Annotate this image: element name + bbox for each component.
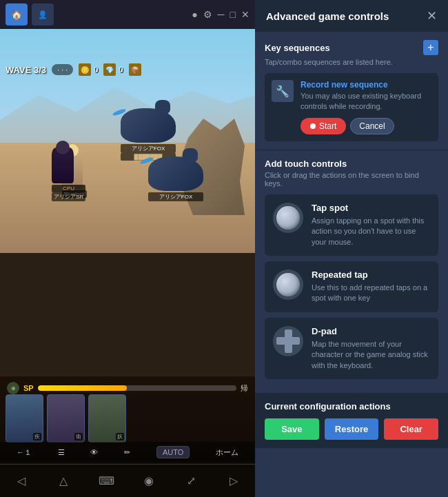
wave-icons: 🪙 0 💎 0 📦	[79, 63, 141, 76]
card-3-badge: 妖	[116, 433, 124, 440]
nav-gamepad-button[interactable]: ◉	[138, 470, 160, 492]
record-desc: You may also use existing keyboard contr…	[301, 91, 431, 112]
settings-button[interactable]: ⚙	[203, 9, 212, 20]
card-1[interactable]: 疾	[6, 394, 43, 443]
nav-keyboard-button[interactable]: ⌨	[95, 470, 117, 492]
nav-forward-button[interactable]: ▷	[223, 470, 245, 492]
wave-bar: WAVE 3/3 · · · 🪙 0 💎 0 📦	[6, 63, 141, 76]
sp-progress	[38, 385, 236, 391]
nav-home-button[interactable]: △	[52, 470, 74, 492]
restore-button[interactable]: □	[230, 9, 236, 20]
card-2-badge: 衛	[74, 433, 83, 440]
dpad-item[interactable]: D-pad Map the movement of your character…	[265, 318, 438, 379]
repeated-tap-circle	[276, 273, 300, 296]
action-buttons: Save Restore Clear	[265, 418, 438, 440]
dpad-info: D-pad Map the movement of your character…	[312, 326, 430, 371]
panel-title: Advanced game controls	[266, 10, 389, 22]
add-sequence-button[interactable]: +	[423, 40, 438, 55]
card-row: 疾 衛 妖	[6, 394, 126, 443]
controls-panel: Advanced game controls ✕ Key sequences +…	[255, 0, 448, 497]
repeated-tap-desc: Use this to add repeated taps on a spot …	[312, 283, 430, 304]
enemy-wolf-1: アリシアFOX ▓▓▓▓▓▓▓	[121, 108, 176, 161]
clear-button[interactable]: Clear	[384, 418, 438, 440]
repeated-tap-info: Repeated tap Use this to add repeated ta…	[312, 270, 430, 304]
sp-right-label: 帰	[241, 383, 248, 394]
dpad-desc: Map the movement of your character or th…	[312, 339, 430, 371]
sequence-actions: Start Cancel	[301, 118, 431, 134]
sequence-content: Record new sequence You may also use exi…	[301, 80, 431, 134]
restore-button[interactable]: Restore	[325, 418, 379, 440]
gem-icon: 💎	[103, 63, 116, 76]
nav-back-button[interactable]: ◁	[10, 470, 32, 492]
toolbar-edit-button[interactable]: ✏	[124, 448, 130, 457]
toolbar-arrow-button[interactable]: ←１	[17, 447, 32, 458]
nav-expand-button[interactable]: ⤢	[180, 470, 202, 492]
panel-close-button[interactable]: ✕	[427, 10, 437, 22]
enemy-wolf-2: アリシアFOX	[148, 156, 203, 201]
chest-icon: 📦	[129, 63, 141, 76]
bottom-toolbar: ←１ ☰ 👁 ✏ AUTO ホーム	[0, 442, 255, 463]
toolbar-eye-button[interactable]: 👁	[90, 448, 98, 456]
tap-circle	[276, 206, 300, 230]
dpad-icon-container	[273, 326, 303, 356]
player-character-2: CPU アリシアSR	[52, 148, 85, 201]
repeated-tap-icon	[273, 270, 303, 300]
coin-count: 0	[94, 65, 98, 74]
sp-bar: ⊕ SP 帰	[7, 382, 248, 394]
record-link[interactable]: Record new sequence	[301, 80, 431, 90]
tap-spot-icon	[273, 203, 303, 233]
key-sequences-subtitle: Tap/combo sequences are listed here.	[265, 58, 438, 66]
touch-controls-title: Add touch controls	[265, 159, 438, 169]
start-dot	[310, 123, 316, 129]
tap-spot-info: Tap spot Assign tapping on a spot with t…	[312, 203, 430, 247]
config-title: Current configuration actions	[265, 401, 438, 412]
tap-spot-desc: Assign tapping on a spot with this actio…	[312, 216, 430, 247]
sp-fill	[38, 385, 128, 391]
panel-header: Advanced game controls ✕	[255, 0, 448, 32]
start-button[interactable]: Start	[301, 118, 346, 134]
avatar-button[interactable]: 👤	[32, 3, 54, 26]
start-label: Start	[319, 121, 336, 131]
toolbar-home-button[interactable]: ホーム	[216, 447, 238, 458]
dpad-icon	[276, 329, 300, 353]
game-scene: WAVE 3/3 · · · 🪙 0 💎 0 📦 アリシアFOX ▓▓▓▓▓▓▓	[0, 29, 255, 374]
sp-label: SP	[23, 384, 34, 392]
card-3[interactable]: 妖	[88, 394, 126, 443]
sp-orb: ⊕	[7, 382, 19, 394]
wave-dots: · · ·	[52, 64, 73, 75]
cancel-button[interactable]: Cancel	[350, 118, 394, 134]
coin-icon: 🪙	[79, 63, 91, 76]
card-1-badge: 疾	[33, 433, 41, 440]
panel-body: Key sequences + Tap/combo sequences are …	[255, 32, 448, 497]
wave-text: WAVE 3/3	[6, 65, 46, 75]
record-sequence-card: 🔧 Record new sequence You may also use e…	[265, 73, 438, 141]
key-sequences-title: Key sequences	[265, 43, 330, 53]
record-icon: 🔧	[272, 80, 294, 102]
game-area: 🏠 👤 ● ⚙ ─ □ ✕ WAVE 3/3 · · · 🪙 0	[0, 0, 255, 497]
tap-spot-name: Tap spot	[312, 203, 430, 213]
auto-button[interactable]: AUTO	[156, 446, 190, 458]
gem-count: 0	[119, 65, 123, 74]
minimize-button[interactable]: ─	[218, 9, 225, 20]
tap-spot-item[interactable]: Tap spot Assign tapping on a spot with t…	[265, 194, 438, 256]
touch-controls-desc: Click or drag the actions on the screen …	[265, 171, 438, 187]
repeated-tap-item[interactable]: Repeated tap Use this to add repeated ta…	[265, 261, 438, 312]
repeated-tap-name: Repeated tap	[312, 270, 430, 280]
circle-menu-button[interactable]: ●	[192, 9, 197, 20]
config-section: Current configuration actions Save Resto…	[255, 393, 448, 448]
dpad-name: D-pad	[312, 326, 430, 336]
bottom-ui: ⊕ SP 帰 疾 衛 妖 ←１ ☰	[0, 376, 255, 497]
card-2[interactable]: 衛	[47, 394, 85, 443]
home-button[interactable]: 🏠	[6, 3, 28, 26]
key-sequences-title-row: Key sequences +	[265, 40, 438, 55]
nav-bar: ◁ △ ⌨ ◉ ⤢ ▷	[0, 464, 255, 497]
save-button[interactable]: Save	[265, 418, 319, 440]
touch-controls-section: Add touch controls Click or drag the act…	[255, 150, 448, 393]
toolbar-menu-button[interactable]: ☰	[58, 448, 65, 457]
title-bar: 🏠 👤 ● ⚙ ─ □ ✕	[0, 0, 255, 29]
key-sequences-section: Key sequences + Tap/combo sequences are …	[255, 32, 448, 150]
close-game-button[interactable]: ✕	[241, 9, 250, 20]
dpad-center	[283, 336, 293, 346]
